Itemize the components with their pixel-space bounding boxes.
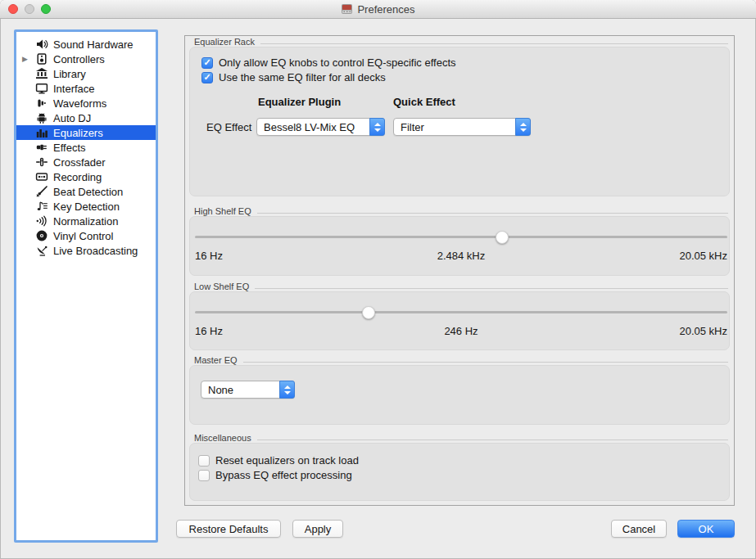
sidebar-item-label: Library [53, 68, 86, 80]
sidebar-item-label: Auto DJ [53, 112, 91, 124]
bypass-eq-checkbox[interactable] [198, 470, 210, 481]
group-title-line [243, 362, 728, 363]
waveform-icon [34, 97, 49, 110]
preferences-app-icon [341, 3, 353, 15]
sidebar-list: Sound Hardware▶ControllersLibraryInterfa… [16, 37, 156, 258]
sidebar-item-sound-hardware[interactable]: Sound Hardware [16, 37, 156, 52]
sidebar-item-label: Equalizers [53, 127, 103, 139]
sidebar-item-label: Normalization [53, 215, 118, 228]
robot-icon [34, 111, 49, 124]
sidebar-item-label: Key Detection [53, 201, 120, 213]
low-shelf-value-label: 246 Hz [195, 325, 727, 337]
quick-effect-header: Quick Effect [393, 96, 455, 108]
sidebar-item-normalization[interactable]: Normalization [16, 214, 156, 228]
sidebar-item-effects[interactable]: Effects [16, 140, 156, 155]
music-note-icon [34, 200, 49, 213]
cancel-button[interactable]: Cancel [611, 520, 667, 538]
group-title-low-shelf: Low Shelf EQ [194, 282, 728, 291]
vinyl-icon [34, 229, 49, 242]
sidebar-item-label: Beat Detection [53, 186, 123, 198]
sidebar-item-label: Recording [53, 171, 102, 183]
high-shelf-value-label: 2.484 kHz [195, 250, 727, 262]
group-title-line [257, 440, 728, 440]
high-shelf-slider-thumb[interactable] [496, 231, 509, 244]
sidebar-item-label: Effects [53, 142, 86, 154]
popup-chevrons-icon [515, 118, 531, 136]
sidebar-item-live-broadcasting[interactable]: Live Broadcasting [16, 243, 156, 258]
sidebar-item-controllers[interactable]: ▶Controllers [16, 52, 156, 66]
bypass-eq-checkbox-label: Bypass EQ effect processing [215, 469, 352, 481]
popup-chevrons-icon [279, 381, 295, 399]
group-title-line [257, 213, 728, 214]
eq-plugin-select[interactable]: Bessel8 LV-Mix EQ [256, 118, 385, 136]
eq-plugin-select-value: Bessel8 LV-Mix EQ [257, 121, 369, 133]
apply-button[interactable]: Apply [292, 520, 343, 538]
reset-equalizers-checkbox[interactable] [198, 455, 210, 467]
equalizer-icon [34, 126, 49, 139]
popup-chevrons-icon [369, 118, 385, 136]
sidebar-item-label: Crossfader [53, 156, 106, 169]
plug-icon [34, 141, 49, 154]
window-title: Preferences [357, 3, 414, 16]
quick-effect-select[interactable]: Filter [393, 118, 531, 136]
low-shelf-slider-thumb[interactable] [362, 306, 375, 319]
monitor-icon [34, 82, 49, 95]
speaker-icon [34, 38, 49, 51]
drumstick-icon [34, 185, 49, 198]
group-title-high-shelf: High Shelf EQ [194, 206, 728, 216]
sidebar-item-label: Controllers [53, 53, 105, 65]
group-title-miscellaneous: Miscellaneous [194, 433, 728, 443]
group-title-equalizer-rack: Equalizer Rack [194, 37, 728, 47]
preferences-window: Preferences Sound Hardware▶ControllersLi… [0, 0, 756, 559]
crossfader-icon [34, 156, 49, 169]
eq-knobs-checkbox[interactable] [201, 57, 213, 69]
ok-button[interactable]: OK [677, 520, 735, 538]
sidebar-item-label: Vinyl Control [53, 230, 113, 242]
high-shelf-box [189, 216, 730, 276]
eq-knobs-checkbox-label: Only allow EQ knobs to control EQ-specif… [219, 56, 456, 69]
sidebar-item-label: Interface [53, 83, 95, 95]
sidebar-item-vinyl-control[interactable]: Vinyl Control [16, 228, 156, 243]
sidebar-item-beat-detection[interactable]: Beat Detection [16, 184, 156, 199]
sidebar-item-crossfader[interactable]: Crossfader [16, 155, 156, 169]
equalizer-plugin-header: Equalizer Plugin [258, 96, 341, 108]
disclosure-triangle-icon[interactable]: ▶ [16, 55, 34, 63]
high-shelf-slider-track[interactable] [195, 236, 727, 238]
sidebar-item-waveforms[interactable]: Waveforms [16, 96, 156, 110]
controller-icon [34, 52, 49, 65]
window-title-area: Preferences [0, 0, 756, 18]
group-title-master-eq: Master EQ [194, 355, 728, 365]
sidebar-item-key-detection[interactable]: Key Detection [16, 199, 156, 214]
master-eq-select-value: None [201, 384, 279, 396]
low-shelf-max-label: 20.05 kHz [679, 325, 727, 337]
high-shelf-slider[interactable] [195, 230, 727, 244]
sidebar-item-label: Sound Hardware [53, 38, 134, 51]
master-eq-select[interactable]: None [201, 381, 295, 399]
sidebar-item-auto-dj[interactable]: Auto DJ [16, 110, 156, 125]
sidebar-item-equalizers[interactable]: Equalizers [16, 125, 156, 140]
same-eq-filter-checkbox[interactable] [201, 72, 213, 83]
low-shelf-slider[interactable] [195, 305, 727, 319]
soundwave-icon [34, 214, 49, 228]
high-shelf-max-label: 20.05 kHz [679, 250, 727, 262]
restore-defaults-button[interactable]: Restore Defaults [176, 520, 281, 538]
sidebar-item-label: Live Broadcasting [53, 245, 138, 257]
same-eq-filter-checkbox-row: Use the same EQ filter for all decks [201, 71, 386, 83]
bypass-eq-checkbox-row: Bypass EQ effect processing [198, 469, 352, 481]
low-shelf-box [189, 291, 730, 350]
sidebar-item-label: Waveforms [53, 97, 106, 110]
eq-knobs-checkbox-row: Only allow EQ knobs to control EQ-specif… [201, 56, 456, 69]
reset-equalizers-checkbox-row: Reset equalizers on track load [198, 454, 359, 467]
group-title-line [255, 288, 728, 289]
high-shelf-slider-labels: 16 Hz 2.484 kHz 20.05 kHz [195, 250, 727, 262]
preferences-sidebar[interactable]: Sound Hardware▶ControllersLibraryInterfa… [14, 29, 158, 543]
low-shelf-slider-track[interactable] [195, 311, 727, 313]
sidebar-item-interface[interactable]: Interface [16, 81, 156, 96]
quick-effect-select-value: Filter [394, 121, 515, 133]
cassette-icon [34, 170, 49, 183]
titlebar[interactable]: Preferences [0, 0, 756, 19]
sidebar-item-library[interactable]: Library [16, 66, 156, 81]
group-title-line [260, 43, 728, 44]
bank-icon [34, 67, 49, 80]
sidebar-item-recording[interactable]: Recording [16, 169, 156, 184]
